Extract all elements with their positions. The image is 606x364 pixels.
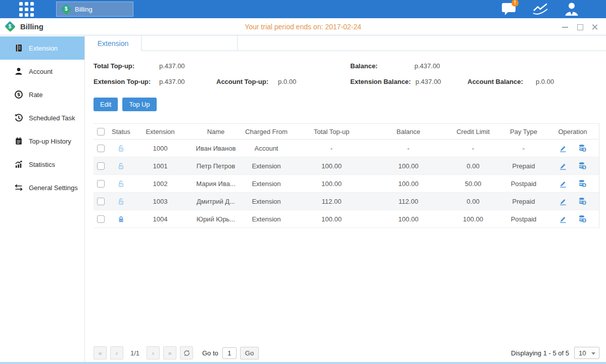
status-unlocked-icon[interactable]	[117, 197, 125, 206]
sidebar-item-extension[interactable]: Extension	[0, 36, 84, 60]
close-button[interactable]	[591, 23, 598, 30]
maximize-button[interactable]	[576, 23, 583, 30]
last-page-button[interactable]: »	[163, 346, 176, 359]
goto-label: Go to	[202, 349, 218, 357]
tab-extension[interactable]: Extension	[85, 35, 142, 51]
top-up-button[interactable]: Top Up	[122, 98, 156, 111]
next-page-button[interactable]: ›	[147, 346, 160, 359]
balance-summary: Total Top-up: p.437.00 Balance: p.437.00…	[85, 51, 606, 89]
row-checkbox[interactable]	[97, 198, 105, 205]
tab-empty-slot	[142, 35, 238, 51]
page-size-value: 10	[579, 349, 586, 357]
topup-row-icon[interactable]	[578, 144, 587, 153]
reports-chart-icon[interactable]	[532, 2, 548, 17]
user-account-icon[interactable]	[564, 2, 580, 17]
sidebar-item-account[interactable]: Account	[0, 60, 84, 83]
go-button[interactable]: Go	[240, 347, 259, 359]
row-checkbox[interactable]	[97, 180, 105, 188]
cell-total-topup: 112.00	[292, 193, 371, 210]
refresh-button[interactable]	[180, 346, 193, 359]
edit-button[interactable]: Edit	[94, 98, 118, 111]
sidebar-item-rate[interactable]: Rate	[0, 83, 84, 106]
column-header-operation: Operation	[546, 124, 599, 140]
status-unlocked-icon[interactable]	[117, 179, 125, 188]
trial-notice: Your trial period ends on: 2017-02-24	[245, 23, 361, 31]
sidebar-item-label: Account	[29, 68, 53, 75]
status-locked-icon[interactable]	[117, 215, 125, 223]
window-title: Billing	[20, 22, 43, 31]
sidebar-item-statistics[interactable]: Statistics	[0, 153, 84, 176]
cell-credit-limit: 0.00	[445, 157, 501, 175]
topup-row-icon[interactable]	[578, 214, 587, 223]
column-header-extension: Extension	[130, 124, 191, 140]
sidebar-item-label: General Settings	[29, 184, 78, 192]
edit-row-icon[interactable]	[558, 144, 568, 153]
column-header-status: Status	[112, 124, 130, 140]
table-row: 1002 Мария Ива... Extension 100.00 100.0…	[94, 175, 599, 193]
chevron-down-icon	[591, 352, 595, 355]
ledger-icon	[14, 43, 23, 53]
history-clock-icon	[14, 113, 23, 122]
topup-row-icon[interactable]	[578, 161, 587, 170]
tab-extension-label: Extension	[98, 39, 128, 48]
column-header-total-top-up: Total Top-up	[292, 124, 371, 140]
edit-row-icon[interactable]	[558, 197, 568, 206]
cell-charged-from: Extension	[241, 210, 292, 228]
cell-balance: 100.00	[371, 210, 445, 228]
table-row: 1001 Петр Петров Extension 100.00 100.00…	[94, 157, 599, 175]
cell-name: Петр Петров	[191, 157, 241, 175]
notepad-icon	[14, 136, 23, 146]
row-checkbox[interactable]	[97, 215, 105, 223]
row-checkbox[interactable]	[97, 162, 105, 170]
topbar: $ Billing !	[0, 0, 606, 18]
cell-credit-limit: 100.00	[445, 210, 501, 228]
select-all-checkbox[interactable]	[97, 128, 105, 135]
cell-charged-from: Extension	[241, 175, 292, 193]
cell-extension: 1001	[130, 157, 191, 175]
app-grid-icon[interactable]	[19, 2, 34, 17]
edit-row-icon[interactable]	[558, 161, 568, 170]
account-topup-label: Account Top-up:	[216, 78, 278, 85]
cell-name: Юрий Юрь...	[191, 210, 241, 228]
cell-pay-type: Prepaid	[501, 193, 546, 210]
messages-icon[interactable]: !	[501, 2, 517, 17]
sidebar-item-general-settings[interactable]: General Settings	[0, 176, 84, 199]
topup-row-icon[interactable]	[578, 197, 587, 206]
edit-row-icon[interactable]	[558, 214, 568, 223]
status-unlocked-icon[interactable]	[117, 162, 125, 170]
page-indicator: 1/1	[127, 349, 143, 357]
topup-row-icon[interactable]	[578, 179, 587, 188]
tab-bar: Extension	[85, 35, 606, 51]
table-row: 1003 Дмитрий Д... Extension 112.00 112.0…	[94, 193, 599, 210]
total-topup-value: p.437.00	[159, 62, 350, 70]
cell-credit-limit: 0.00	[445, 193, 501, 210]
sidebar-item-scheduled-task[interactable]: Scheduled Task	[0, 106, 84, 129]
sidebar-item-label: Scheduled Task	[29, 114, 75, 122]
cell-credit-limit: -	[445, 140, 501, 157]
page-size-select[interactable]: 10	[574, 347, 599, 359]
status-unlocked-icon[interactable]	[117, 144, 125, 153]
goto-page-input[interactable]	[222, 347, 237, 359]
notification-badge: !	[511, 0, 519, 7]
first-page-button[interactable]: «	[94, 346, 107, 359]
cell-total-topup: 100.00	[292, 175, 371, 193]
extension-balance-value: p.437.00	[415, 78, 468, 85]
cell-extension: 1003	[130, 193, 191, 210]
account-balance-value: p.0.00	[536, 78, 554, 85]
cell-pay-type: Postpaid	[501, 175, 546, 193]
extensions-table: StatusExtensionNameCharged FromTotal Top…	[94, 123, 599, 228]
cell-credit-limit: 50.00	[445, 175, 501, 193]
pagination-bar: « ‹ 1/1 › » Go to Go Displaying 1 - 5 of…	[94, 346, 599, 360]
cell-extension: 1004	[130, 210, 191, 228]
sidebar-item-top-up-history[interactable]: Top-up History	[0, 129, 84, 153]
cell-total-topup: 100.00	[292, 157, 371, 175]
edit-row-icon[interactable]	[558, 179, 568, 188]
sidebar-item-label: Rate	[29, 91, 42, 99]
cell-total-topup: 100.00	[292, 210, 371, 228]
prev-page-button[interactable]: ‹	[110, 346, 123, 359]
minimize-button[interactable]	[562, 23, 569, 30]
row-checkbox[interactable]	[97, 145, 105, 152]
app-tab-billing[interactable]: $ Billing	[56, 2, 133, 17]
cell-extension: 1002	[130, 175, 191, 193]
person-icon	[14, 67, 23, 76]
